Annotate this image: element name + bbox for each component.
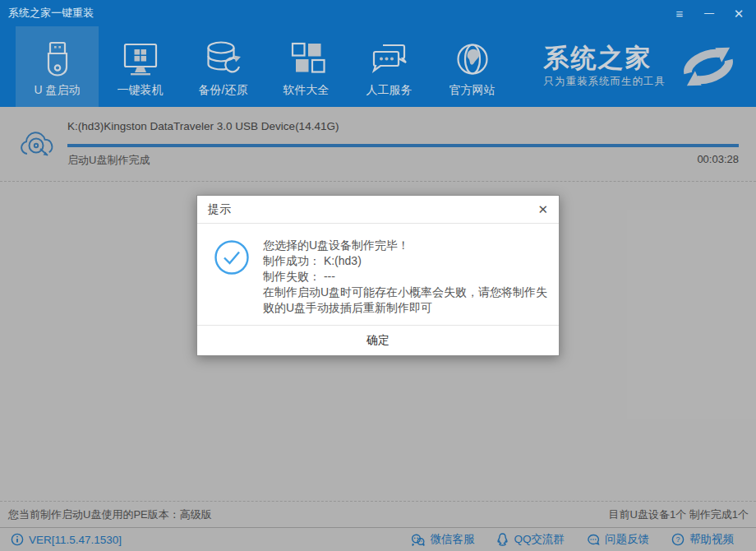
dialog-close-icon[interactable]: ✕ bbox=[537, 203, 548, 215]
dialog-message-line: 制作失败： --- bbox=[263, 269, 549, 285]
titlebar: 系统之家一键重装 ≡ — ✕ bbox=[0, 0, 756, 26]
dialog-message: 您选择的U盘设备制作完毕！制作成功： K:(hd3)制作失败： ---在制作启动… bbox=[263, 238, 549, 318]
minimize-icon[interactable]: — bbox=[700, 8, 718, 18]
main-nav: U 盘启动一键装机备份/还原软件大全人工服务官方网站 系统之家 只为重装系统而生… bbox=[0, 26, 756, 107]
dialog-body: 您选择的U盘设备制作完毕！制作成功： K:(hd3)制作失败： ---在制作启动… bbox=[197, 224, 559, 325]
nav-tab-1[interactable]: U 盘启动 bbox=[16, 26, 99, 107]
nav-tabs: U 盘启动一键装机备份/还原软件大全人工服务官方网站 bbox=[16, 26, 514, 107]
nav-tab-label: 软件大全 bbox=[284, 83, 330, 98]
close-icon[interactable]: ✕ bbox=[730, 7, 748, 20]
monitor-windows-icon bbox=[119, 39, 162, 80]
swap-arrows-icon bbox=[674, 43, 743, 90]
nav-tab-6[interactable]: 官方网站 bbox=[431, 26, 514, 107]
nav-tab-3[interactable]: 备份/还原 bbox=[182, 26, 265, 107]
nav-tab-label: 备份/还原 bbox=[199, 83, 248, 98]
dialog-title: 提示 bbox=[208, 202, 231, 217]
nav-tab-2[interactable]: 一键装机 bbox=[99, 26, 182, 107]
brand-logo: 系统之家 只为重装系统而生的工具 bbox=[544, 26, 756, 107]
dialog-message-line: 制作成功： K:(hd3) bbox=[263, 253, 549, 269]
window-controls: ≡ — ✕ bbox=[671, 7, 756, 20]
success-check-icon bbox=[214, 238, 250, 318]
nav-tab-label: 一键装机 bbox=[118, 83, 164, 98]
ok-button[interactable]: 确定 bbox=[334, 328, 422, 353]
dialog-message-line: 您选择的U盘设备制作完毕！ bbox=[263, 238, 549, 253]
brand-tagline: 只为重装系统而生的工具 bbox=[544, 75, 666, 89]
nav-tab-label: 人工服务 bbox=[366, 83, 413, 98]
usb-drive-icon bbox=[38, 39, 77, 80]
chat-bubbles-icon bbox=[369, 39, 410, 80]
app-grid-icon bbox=[285, 39, 328, 80]
nav-tab-label: 官方网站 bbox=[449, 83, 496, 98]
database-restore-icon bbox=[202, 39, 245, 80]
content-area: K:(hd3)Kingston DataTraveler 3.0 USB Dev… bbox=[0, 107, 756, 551]
nav-tab-label: U 盘启动 bbox=[35, 83, 81, 98]
menu-icon[interactable]: ≡ bbox=[671, 7, 689, 20]
nav-tab-4[interactable]: 软件大全 bbox=[265, 26, 348, 107]
dialog-message-line: 在制作启动U盘时可能存在小概率会失败，请您将制作失败的U盘手动拔插后重新制作即可 bbox=[263, 285, 549, 316]
dialog-header: 提示 ✕ bbox=[197, 196, 559, 224]
nav-tab-5[interactable]: 人工服务 bbox=[348, 26, 431, 107]
dialog-footer: 确定 bbox=[197, 325, 559, 355]
brand-name: 系统之家 bbox=[544, 44, 666, 72]
globe-icon bbox=[453, 39, 492, 80]
result-dialog: 提示 ✕ 您选择的U盘设备制作完毕！制作成功： K:(hd3)制作失败： ---… bbox=[196, 195, 560, 356]
app-window: 系统之家一键重装 ≡ — ✕ U 盘启动一键装机备份/还原软件大全人工服务官方网… bbox=[0, 0, 756, 551]
window-title: 系统之家一键重装 bbox=[0, 6, 94, 21]
